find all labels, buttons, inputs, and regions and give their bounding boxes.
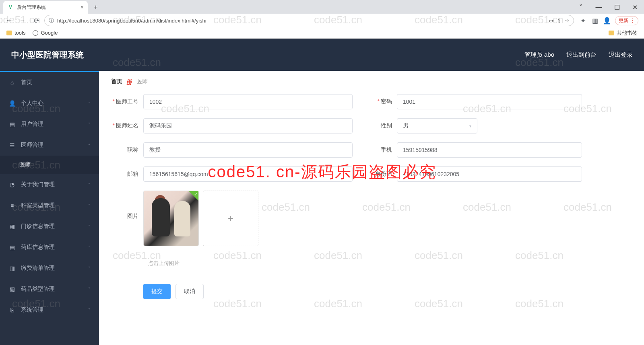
form-area: *医师工号 *密码 *医师姓名 性别 (99, 90, 644, 311)
upload-area: + (143, 191, 258, 246)
payment-icon: ▥ (9, 265, 15, 271)
upload-hint: 点击上传图片 (148, 260, 632, 267)
input-phone[interactable] (397, 142, 582, 158)
info-icon: ⓘ (49, 17, 54, 24)
sidebar-item-personal[interactable]: 👤个人中心˅ (0, 93, 99, 114)
bookmark-google[interactable]: Google (33, 30, 58, 36)
chevron-up-icon: ˄ (88, 143, 90, 148)
sidebar-item-home[interactable]: ⌂首页 (0, 72, 99, 93)
forward-button[interactable]: → (17, 15, 28, 26)
browser-chrome: V 后台管理系统 × + ˅ — ☐ ✕ ← → ⟳ ⓘ http://loca… (0, 0, 644, 39)
profile-icon[interactable]: 👤 (603, 16, 611, 25)
reload-button[interactable]: ⟳ (31, 15, 42, 26)
dept-icon: ≡ (9, 202, 15, 209)
chevron-down-icon: ▾ (469, 124, 471, 128)
new-tab-button[interactable]: + (90, 2, 101, 13)
chevron-down-icon: ˅ (88, 183, 90, 187)
label-idcard: 身份证 (365, 170, 397, 178)
minimize-icon[interactable]: — (590, 0, 608, 14)
sidebar-item-users[interactable]: ▤用户管理˅ (0, 114, 99, 135)
sidebar-item-doctors[interactable]: ☰医师管理˄ (0, 135, 99, 156)
input-email[interactable] (143, 166, 353, 182)
folder-icon (609, 31, 614, 35)
url-field[interactable]: ⓘ http://localhost:8080/springbootil5n0/… (44, 15, 574, 26)
label-email: 邮箱 (111, 170, 143, 178)
label-doctor-name: *医师姓名 (111, 122, 143, 129)
label-doctor-id: *医师工号 (111, 98, 143, 105)
sidebar-item-system[interactable]: ⎘系统管理˅ (0, 300, 99, 320)
chevron-down-icon: ˅ (88, 308, 90, 312)
app-title: 中小型医院管理系统 (11, 49, 84, 60)
back-button[interactable]: ← (3, 15, 14, 26)
plus-icon: + (228, 213, 233, 224)
maximize-icon[interactable]: ☐ (608, 0, 626, 14)
cancel-button[interactable]: 取消 (175, 284, 204, 299)
form-item-password: *密码 (365, 94, 582, 109)
input-password[interactable] (397, 94, 582, 109)
chevron-down-icon: ˅ (88, 224, 90, 229)
star-icon[interactable]: ☆ (565, 18, 570, 24)
bookmark-other[interactable]: 其他书签 (609, 29, 638, 37)
update-chip[interactable]: 更新 ⋮ (615, 16, 638, 25)
form-item-phone: 手机 (365, 142, 582, 158)
doctors-icon: ☰ (9, 142, 15, 148)
admin-link[interactable]: 管理员 abo (524, 51, 554, 59)
close-window-icon[interactable]: ✕ (626, 0, 644, 14)
browser-tab[interactable]: V 后台管理系统 × (3, 1, 88, 14)
sidebar: ⌂首页 👤个人中心˅ ▤用户管理˅ ☰医师管理˄ 医师 ◔关于我们管理˅ ≡科室… (0, 71, 99, 345)
close-tab-icon[interactable]: × (80, 4, 84, 10)
sidebar-item-outpatient[interactable]: ▦门诊信息管理˅ (0, 216, 99, 237)
sidebar-item-about[interactable]: ◔关于我们管理˅ (0, 174, 99, 195)
form-item-image: 图片 + (111, 191, 632, 246)
form-actions: 提交 取消 (143, 284, 632, 299)
uploaded-thumb[interactable] (143, 191, 199, 246)
chevron-down-icon: ˅ (88, 287, 90, 292)
submit-button[interactable]: 提交 (143, 284, 171, 299)
select-gender-value: 男 (403, 122, 409, 129)
input-doctor-name[interactable] (143, 118, 353, 133)
app-body: ⌂首页 👤个人中心˅ ▤用户管理˅ ☰医师管理˄ 医师 ◔关于我们管理˅ ≡科室… (0, 71, 644, 345)
label-gender: 性别 (365, 122, 397, 129)
chevron-down-icon: ˅ (88, 122, 90, 127)
input-title[interactable] (143, 142, 353, 158)
outpatient-icon: ▦ (9, 223, 15, 230)
chevron-down-icon[interactable]: ˅ (572, 0, 590, 14)
input-idcard[interactable] (397, 166, 582, 182)
chevron-down-icon: ˅ (88, 266, 90, 271)
form-item-title: 职称 (111, 142, 353, 158)
bookmark-tools[interactable]: tools (6, 30, 25, 36)
url-text: http://localhost:8080/springbootil5n0/ad… (57, 18, 545, 24)
share-icon[interactable]: ⇪ (557, 18, 561, 24)
toolbar-icons: ✦ ▥ 👤 更新 ⋮ (576, 16, 641, 25)
form-item-doctor-id: *医师工号 (111, 94, 353, 109)
label-image: 图片 (111, 213, 143, 220)
sidebar-item-dept[interactable]: ≡科室类型管理˅ (0, 195, 99, 216)
users-icon: ▤ (9, 121, 15, 127)
key-icon[interactable]: ⊶ (549, 18, 554, 24)
update-label: 更新 (619, 17, 628, 24)
sidebar-sub-doctor[interactable]: 医师 (0, 156, 99, 174)
select-gender[interactable]: 男 ▾ (397, 118, 477, 133)
about-icon: ◔ (9, 181, 15, 188)
sidebar-item-payment[interactable]: ▥缴费清单管理˅ (0, 258, 99, 279)
chevron-down-icon: ˅ (88, 101, 90, 106)
logout-link[interactable]: 退出登录 (609, 51, 633, 59)
pharmacy-icon: ▤ (9, 244, 15, 251)
window-controls: ˅ — ☐ ✕ (572, 0, 644, 14)
vue-favicon-icon: V (7, 4, 14, 10)
extensions-icon[interactable]: ✦ (579, 16, 587, 25)
app: 中小型医院管理系统 管理员 abo 退出到前台 退出登录 ⌂首页 👤个人中心˅ … (0, 39, 644, 345)
sidepanel-icon[interactable]: ▥ (591, 16, 599, 25)
sidebar-item-pharmacy[interactable]: ▤药库信息管理˅ (0, 237, 99, 258)
input-doctor-id[interactable] (143, 94, 353, 109)
system-icon: ⎘ (9, 307, 15, 313)
bookmarks-bar: tools Google 其他书签 (0, 27, 644, 38)
sidebar-item-drugtype[interactable]: ▧药品类型管理˅ (0, 279, 99, 300)
globe-icon (33, 30, 38, 36)
front-link[interactable]: 退出到前台 (566, 51, 597, 59)
upload-button[interactable]: + (203, 191, 258, 246)
breadcrumb-home[interactable]: 首页 (111, 78, 122, 85)
breadcrumb-current: 医师 (136, 78, 148, 85)
tab-bar: V 后台管理系统 × + ˅ — ☐ ✕ (0, 0, 644, 14)
label-title: 职称 (111, 146, 143, 154)
